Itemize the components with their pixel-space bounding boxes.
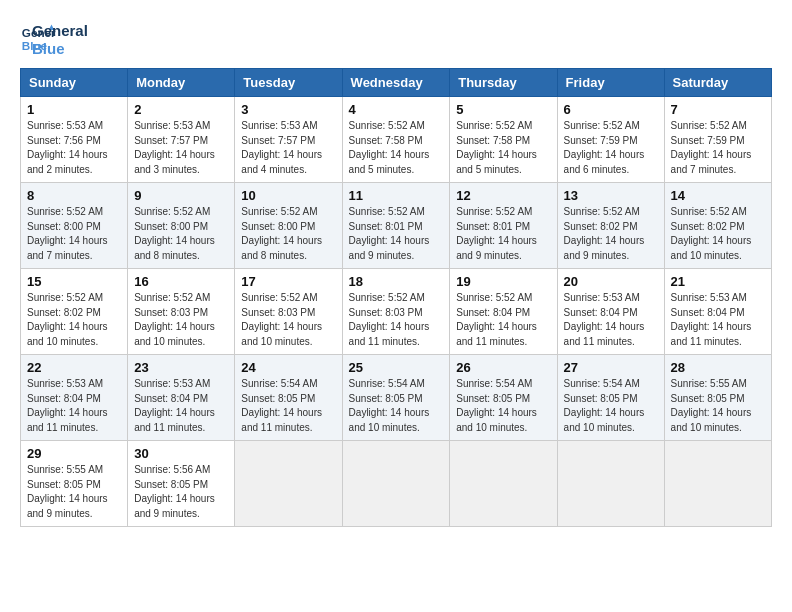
- day-info: Sunrise: 5:56 AM Sunset: 8:05 PM Dayligh…: [134, 463, 228, 521]
- day-info: Sunrise: 5:53 AM Sunset: 8:04 PM Dayligh…: [564, 291, 658, 349]
- day-number: 2: [134, 102, 228, 117]
- day-number: 4: [349, 102, 444, 117]
- day-cell: 11Sunrise: 5:52 AM Sunset: 8:01 PM Dayli…: [342, 183, 450, 269]
- day-cell: 18Sunrise: 5:52 AM Sunset: 8:03 PM Dayli…: [342, 269, 450, 355]
- weekday-header-monday: Monday: [128, 69, 235, 97]
- day-number: 27: [564, 360, 658, 375]
- day-number: 19: [456, 274, 550, 289]
- day-info: Sunrise: 5:52 AM Sunset: 7:59 PM Dayligh…: [671, 119, 765, 177]
- day-cell: 13Sunrise: 5:52 AM Sunset: 8:02 PM Dayli…: [557, 183, 664, 269]
- header: General Blue General Blue: [20, 20, 772, 58]
- day-number: 8: [27, 188, 121, 203]
- day-cell: 27Sunrise: 5:54 AM Sunset: 8:05 PM Dayli…: [557, 355, 664, 441]
- day-number: 22: [27, 360, 121, 375]
- day-info: Sunrise: 5:53 AM Sunset: 8:04 PM Dayligh…: [671, 291, 765, 349]
- day-info: Sunrise: 5:53 AM Sunset: 7:56 PM Dayligh…: [27, 119, 121, 177]
- weekday-header-row: SundayMondayTuesdayWednesdayThursdayFrid…: [21, 69, 772, 97]
- day-cell: 7Sunrise: 5:52 AM Sunset: 7:59 PM Daylig…: [664, 97, 771, 183]
- day-info: Sunrise: 5:52 AM Sunset: 8:00 PM Dayligh…: [241, 205, 335, 263]
- day-info: Sunrise: 5:52 AM Sunset: 8:01 PM Dayligh…: [349, 205, 444, 263]
- day-cell: 9Sunrise: 5:52 AM Sunset: 8:00 PM Daylig…: [128, 183, 235, 269]
- day-cell: 12Sunrise: 5:52 AM Sunset: 8:01 PM Dayli…: [450, 183, 557, 269]
- day-info: Sunrise: 5:54 AM Sunset: 8:05 PM Dayligh…: [241, 377, 335, 435]
- day-cell: 16Sunrise: 5:52 AM Sunset: 8:03 PM Dayli…: [128, 269, 235, 355]
- weekday-header-wednesday: Wednesday: [342, 69, 450, 97]
- day-info: Sunrise: 5:52 AM Sunset: 8:03 PM Dayligh…: [349, 291, 444, 349]
- day-number: 23: [134, 360, 228, 375]
- week-row-1: 1Sunrise: 5:53 AM Sunset: 7:56 PM Daylig…: [21, 97, 772, 183]
- day-cell: 3Sunrise: 5:53 AM Sunset: 7:57 PM Daylig…: [235, 97, 342, 183]
- day-number: 30: [134, 446, 228, 461]
- day-info: Sunrise: 5:52 AM Sunset: 7:59 PM Dayligh…: [564, 119, 658, 177]
- day-cell: 2Sunrise: 5:53 AM Sunset: 7:57 PM Daylig…: [128, 97, 235, 183]
- day-number: 25: [349, 360, 444, 375]
- logo-blue: Blue: [32, 40, 88, 58]
- day-cell: 30Sunrise: 5:56 AM Sunset: 8:05 PM Dayli…: [128, 441, 235, 527]
- weekday-header-friday: Friday: [557, 69, 664, 97]
- day-number: 29: [27, 446, 121, 461]
- calendar: SundayMondayTuesdayWednesdayThursdayFrid…: [20, 68, 772, 527]
- day-cell: 20Sunrise: 5:53 AM Sunset: 8:04 PM Dayli…: [557, 269, 664, 355]
- day-cell: 6Sunrise: 5:52 AM Sunset: 7:59 PM Daylig…: [557, 97, 664, 183]
- day-cell: 24Sunrise: 5:54 AM Sunset: 8:05 PM Dayli…: [235, 355, 342, 441]
- week-row-5: 29Sunrise: 5:55 AM Sunset: 8:05 PM Dayli…: [21, 441, 772, 527]
- day-cell: 10Sunrise: 5:52 AM Sunset: 8:00 PM Dayli…: [235, 183, 342, 269]
- logo: General Blue General Blue: [20, 20, 88, 58]
- day-info: Sunrise: 5:52 AM Sunset: 8:04 PM Dayligh…: [456, 291, 550, 349]
- day-number: 16: [134, 274, 228, 289]
- day-cell: 22Sunrise: 5:53 AM Sunset: 8:04 PM Dayli…: [21, 355, 128, 441]
- weekday-header-saturday: Saturday: [664, 69, 771, 97]
- day-cell: 8Sunrise: 5:52 AM Sunset: 8:00 PM Daylig…: [21, 183, 128, 269]
- day-info: Sunrise: 5:54 AM Sunset: 8:05 PM Dayligh…: [349, 377, 444, 435]
- day-number: 15: [27, 274, 121, 289]
- day-info: Sunrise: 5:55 AM Sunset: 8:05 PM Dayligh…: [27, 463, 121, 521]
- day-cell: 17Sunrise: 5:52 AM Sunset: 8:03 PM Dayli…: [235, 269, 342, 355]
- day-cell: 25Sunrise: 5:54 AM Sunset: 8:05 PM Dayli…: [342, 355, 450, 441]
- day-number: 6: [564, 102, 658, 117]
- logo-general: General: [32, 22, 88, 40]
- day-number: 14: [671, 188, 765, 203]
- day-number: 11: [349, 188, 444, 203]
- day-number: 28: [671, 360, 765, 375]
- day-number: 18: [349, 274, 444, 289]
- day-number: 17: [241, 274, 335, 289]
- day-cell: 29Sunrise: 5:55 AM Sunset: 8:05 PM Dayli…: [21, 441, 128, 527]
- day-info: Sunrise: 5:52 AM Sunset: 8:03 PM Dayligh…: [241, 291, 335, 349]
- day-cell: 14Sunrise: 5:52 AM Sunset: 8:02 PM Dayli…: [664, 183, 771, 269]
- day-cell: 19Sunrise: 5:52 AM Sunset: 8:04 PM Dayli…: [450, 269, 557, 355]
- day-cell: [557, 441, 664, 527]
- weekday-header-thursday: Thursday: [450, 69, 557, 97]
- day-info: Sunrise: 5:52 AM Sunset: 7:58 PM Dayligh…: [349, 119, 444, 177]
- day-cell: [664, 441, 771, 527]
- day-info: Sunrise: 5:52 AM Sunset: 8:00 PM Dayligh…: [134, 205, 228, 263]
- day-cell: [342, 441, 450, 527]
- day-cell: 21Sunrise: 5:53 AM Sunset: 8:04 PM Dayli…: [664, 269, 771, 355]
- day-number: 26: [456, 360, 550, 375]
- day-info: Sunrise: 5:52 AM Sunset: 7:58 PM Dayligh…: [456, 119, 550, 177]
- day-number: 20: [564, 274, 658, 289]
- day-info: Sunrise: 5:52 AM Sunset: 8:02 PM Dayligh…: [671, 205, 765, 263]
- day-cell: [235, 441, 342, 527]
- day-info: Sunrise: 5:53 AM Sunset: 8:04 PM Dayligh…: [27, 377, 121, 435]
- day-number: 13: [564, 188, 658, 203]
- day-cell: 1Sunrise: 5:53 AM Sunset: 7:56 PM Daylig…: [21, 97, 128, 183]
- weekday-header-tuesday: Tuesday: [235, 69, 342, 97]
- day-number: 21: [671, 274, 765, 289]
- day-number: 10: [241, 188, 335, 203]
- day-number: 7: [671, 102, 765, 117]
- day-info: Sunrise: 5:52 AM Sunset: 8:01 PM Dayligh…: [456, 205, 550, 263]
- day-number: 5: [456, 102, 550, 117]
- day-cell: [450, 441, 557, 527]
- day-number: 3: [241, 102, 335, 117]
- day-number: 9: [134, 188, 228, 203]
- week-row-2: 8Sunrise: 5:52 AM Sunset: 8:00 PM Daylig…: [21, 183, 772, 269]
- day-info: Sunrise: 5:52 AM Sunset: 8:02 PM Dayligh…: [564, 205, 658, 263]
- day-info: Sunrise: 5:54 AM Sunset: 8:05 PM Dayligh…: [456, 377, 550, 435]
- day-cell: 4Sunrise: 5:52 AM Sunset: 7:58 PM Daylig…: [342, 97, 450, 183]
- day-info: Sunrise: 5:52 AM Sunset: 8:02 PM Dayligh…: [27, 291, 121, 349]
- day-info: Sunrise: 5:55 AM Sunset: 8:05 PM Dayligh…: [671, 377, 765, 435]
- day-info: Sunrise: 5:53 AM Sunset: 7:57 PM Dayligh…: [134, 119, 228, 177]
- day-info: Sunrise: 5:53 AM Sunset: 7:57 PM Dayligh…: [241, 119, 335, 177]
- day-number: 24: [241, 360, 335, 375]
- day-cell: 15Sunrise: 5:52 AM Sunset: 8:02 PM Dayli…: [21, 269, 128, 355]
